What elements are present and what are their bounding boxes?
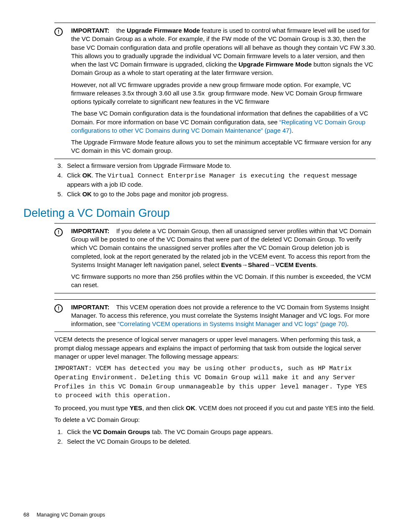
text: . <box>292 127 293 134</box>
text: Select a firmware version from Upgrade F… <box>67 162 231 169</box>
text: Click <box>67 172 82 179</box>
link-correlating-vcem[interactable]: “Correlating VCEM operations in Systems … <box>118 320 347 327</box>
text: VC Domain Groups <box>93 428 151 435</box>
important-label: IMPORTANT: <box>71 227 109 234</box>
text: . The <box>92 172 107 179</box>
text: To proceed, you must type <box>54 404 130 411</box>
important-icon: ! <box>54 303 71 313</box>
page-number: 68 <box>23 511 29 519</box>
step-item: Click the VC Domain Groups tab. The VC D… <box>64 428 376 436</box>
text: However, not all VC firmware upgrades pr… <box>71 81 376 106</box>
important-callout-2: ! IMPORTANT: If you delete a VC Domain G… <box>54 223 376 293</box>
text: OK <box>82 172 92 179</box>
text: Click the <box>67 428 93 435</box>
important-callout-1: ! IMPORTANT: the Upgrade Firmware Mode f… <box>54 23 376 159</box>
text: VC firmware supports no more than 256 pr… <box>71 272 376 290</box>
text: VCEM detects the presence of logical ser… <box>54 335 376 361</box>
important-label: IMPORTANT: <box>71 303 109 311</box>
text: the <box>116 27 127 34</box>
text: Select the VC Domain Groups to be delete… <box>67 438 191 445</box>
text: . VCEM does not proceed if you cut and p… <box>195 404 375 411</box>
code-text: Virtual Connect Enterprise Manager is ex… <box>107 172 330 180</box>
text: tab. The VC Domain Groups page appears. <box>150 428 273 435</box>
important-label: IMPORTANT: <box>71 27 109 34</box>
text: YES <box>130 404 142 411</box>
text: To delete a VC Domain Group: <box>54 416 376 424</box>
code-block: IMPORTANT: VCEM has detected you may be … <box>54 364 376 401</box>
text: Events→Shared→VCEM Events <box>221 261 316 268</box>
important-icon: ! <box>54 26 71 36</box>
important-icon: ! <box>54 227 71 236</box>
text: Upgrade Firmware Mode <box>127 27 200 34</box>
text: . <box>316 261 317 268</box>
text: OK <box>186 404 195 411</box>
steps-list-2: Click the VC Domain Groups tab. The VC D… <box>54 428 376 446</box>
text: The Upgrade Firmware Mode feature allows… <box>71 138 376 155</box>
important-callout-3: ! IMPORTANT: This VCEM operation does no… <box>54 299 376 332</box>
text: . <box>347 320 348 327</box>
step-item: Select a firmware version from Upgrade F… <box>64 162 376 170</box>
footer-title: Managing VC Domain groups <box>36 512 105 518</box>
section-heading: Deleting a VC Domain Group <box>23 206 376 221</box>
text: Click <box>67 190 82 198</box>
text: to go to the Jobs page and monitor job p… <box>92 190 228 198</box>
steps-list-1: Select a firmware version from Upgrade F… <box>54 162 376 199</box>
page-footer: 68 Managing VC Domain groups <box>23 511 105 519</box>
step-item: Click OK to go to the Jobs page and moni… <box>64 190 376 198</box>
text: Upgrade Firmware Mode <box>238 61 312 68</box>
text: OK <box>82 190 92 198</box>
step-item: Select the VC Domain Groups to be delete… <box>64 437 376 446</box>
step-item: Click OK. The Virtual Connect Enterprise… <box>64 171 376 189</box>
text: , and then click <box>142 404 186 411</box>
